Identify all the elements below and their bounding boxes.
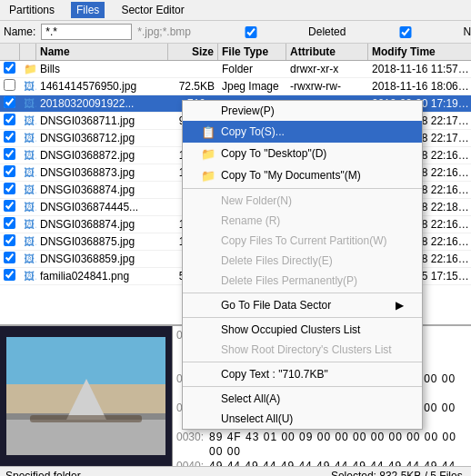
- deleted-checkbox[interactable]: [196, 26, 306, 38]
- row-name: DNSGI0368875.jpg: [36, 234, 168, 249]
- context-menu-item-icon: 📋: [201, 124, 215, 139]
- header-attr[interactable]: Attribute: [286, 44, 368, 60]
- context-menu-item-label: Go To File Data Sector: [221, 299, 331, 312]
- context-menu-item[interactable]: Go To File Data Sector ▶: [183, 295, 422, 315]
- row-checkbox[interactable]: [4, 96, 15, 108]
- header-type[interactable]: File Type: [218, 44, 286, 60]
- row-icon: 🖼: [20, 96, 36, 111]
- context-menu-item-label: Copy Text : "710.7KB": [221, 368, 328, 381]
- context-menu-item[interactable]: 📁 Copy To "My Documents"(M): [183, 164, 422, 186]
- context-menu-item-label: Preview(P): [221, 104, 275, 117]
- row-name: DNSGI0368711.jpg: [36, 114, 168, 128]
- table-row[interactable]: 🖼 1461414576950.jpg 72.5KB Jpeg Image -r…: [0, 78, 471, 95]
- name-label: Name:: [4, 25, 35, 38]
- header-name[interactable]: Name: [36, 44, 168, 60]
- context-menu: Preview(P) 📋 Copy To(S)... 📁 Copy To "De…: [182, 100, 423, 430]
- header-size[interactable]: Size: [168, 44, 218, 60]
- context-menu-item-label: Rename (R): [221, 214, 280, 227]
- normal-label: Normal: [463, 25, 471, 38]
- status-bar: Specified folder. Selected: 832.5KB / 5 …: [0, 466, 471, 476]
- row-checkbox[interactable]: [4, 183, 15, 194]
- row-icon: 🖼: [20, 234, 36, 249]
- row-checkbox-cell: [0, 130, 20, 146]
- context-menu-item[interactable]: Preview(P): [183, 101, 422, 121]
- row-checkbox[interactable]: [4, 269, 15, 281]
- row-mtime: 2018-11-16 18:06:06: [368, 79, 471, 94]
- row-checkbox[interactable]: [4, 131, 15, 143]
- context-menu-separator: [183, 362, 422, 362]
- context-menu-item: Show Root Directory's Clusters List: [183, 340, 422, 360]
- row-icon: 🖼: [20, 183, 36, 197]
- menu-partitions[interactable]: Partitions: [4, 2, 60, 18]
- submenu-arrow-icon: ▶: [396, 299, 404, 312]
- row-checkbox[interactable]: [4, 200, 15, 212]
- hex-row: 0030:89 4F 43 01 00 09 00 00 00 00 00 00…: [176, 430, 467, 459]
- hex-row: 0040:49 44 49 44 49 44 49 44 49 44 49 44…: [176, 459, 467, 466]
- hex-addr: 0030:: [176, 430, 205, 459]
- context-menu-item-label: Unselect All(U): [221, 412, 293, 425]
- preview-triangle: [66, 379, 106, 420]
- row-checkbox[interactable]: [4, 252, 15, 263]
- row-name: DNSGI0368712.jpg: [36, 131, 168, 145]
- context-menu-item[interactable]: Select All(A): [183, 389, 422, 409]
- context-menu-item-icon: 📁: [201, 168, 215, 183]
- menu-bar: Partitions Files Sector Editor: [0, 0, 471, 21]
- row-checkbox-cell: [0, 147, 20, 164]
- preview-people: [30, 415, 142, 422]
- preview-panel: [0, 326, 173, 466]
- row-icon: 🖼: [20, 148, 36, 163]
- menu-sector-editor[interactable]: Sector Editor: [115, 2, 189, 18]
- context-menu-item-label: Copy To "My Documents"(M): [221, 169, 361, 182]
- normal-checkbox-group: Normal: [351, 25, 471, 38]
- row-checkbox-cell: [0, 182, 20, 198]
- context-menu-item[interactable]: Unselect All(U): [183, 409, 422, 429]
- row-name: Bills: [36, 62, 168, 76]
- status-right: Selected: 832.5KB / 5 Files.: [331, 470, 466, 477]
- row-checkbox-cell: [0, 233, 20, 250]
- row-name: DNSGI0368874.jpg: [36, 183, 168, 197]
- row-checkbox[interactable]: [4, 148, 15, 160]
- menu-files[interactable]: Files: [71, 2, 105, 18]
- context-menu-item[interactable]: 📋 Copy To(S)...: [183, 121, 422, 143]
- row-name: DNSGI0368873.jpg: [36, 165, 168, 180]
- row-checkbox[interactable]: [4, 79, 15, 91]
- status-left: Specified folder.: [5, 470, 83, 477]
- deleted-checkbox-group: Deleted: [196, 25, 346, 38]
- context-menu-item-label: Show Root Directory's Clusters List: [221, 343, 392, 356]
- context-menu-item-label: Show Occupied Clusters List: [221, 323, 360, 336]
- filter-hint: *.jpg;*.bmp: [137, 25, 191, 38]
- row-checkbox[interactable]: [4, 234, 15, 246]
- context-menu-item[interactable]: Copy Text : "710.7KB": [183, 364, 422, 384]
- row-mtime: 2018-11-16 11:57:58: [368, 62, 471, 76]
- context-menu-item: Copy Files To Current Partition(W): [183, 231, 422, 251]
- row-icon: 🖼: [20, 217, 36, 232]
- deleted-label: Deleted: [308, 25, 346, 38]
- header-icon: [20, 44, 36, 60]
- row-icon: 🖼: [20, 252, 36, 266]
- context-menu-separator: [183, 188, 422, 189]
- header-mtime[interactable]: Modify Time: [368, 44, 471, 60]
- context-menu-item: Delete Files Permanently(P): [183, 271, 422, 291]
- context-menu-item[interactable]: 📁 Copy To "Desktop"(D): [183, 143, 422, 164]
- context-menu-separator: [183, 386, 422, 387]
- context-menu-item: New Folder(N): [183, 191, 422, 211]
- row-checkbox[interactable]: [4, 114, 15, 125]
- row-checkbox-cell: [0, 268, 20, 284]
- normal-checkbox[interactable]: [351, 26, 460, 38]
- row-type: Folder: [218, 62, 286, 76]
- context-menu-item-label: Copy To "Desktop"(D): [221, 147, 326, 160]
- row-size: [168, 68, 218, 70]
- row-checkbox-cell: [0, 164, 20, 181]
- table-row[interactable]: 📁 Bills Folder drwxr-xr-x 2018-11-16 11:…: [0, 61, 471, 78]
- hex-bytes: 49 44 49 44 49 44 49 44 49 44 49 44 49 4…: [209, 459, 467, 466]
- context-menu-item-label: Delete Files Directly(E): [221, 254, 333, 267]
- hex-bytes: 89 4F 43 01 00 09 00 00 00 00 00 00 00 0…: [209, 430, 467, 459]
- context-menu-item[interactable]: Show Occupied Clusters List: [183, 320, 422, 340]
- context-menu-separator: [183, 317, 422, 318]
- row-checkbox[interactable]: [4, 217, 15, 229]
- name-input[interactable]: [41, 24, 132, 40]
- row-checkbox[interactable]: [4, 62, 15, 74]
- header-check: [0, 44, 20, 60]
- row-checkbox[interactable]: [4, 165, 15, 177]
- context-menu-item-label: Select All(A): [221, 392, 280, 405]
